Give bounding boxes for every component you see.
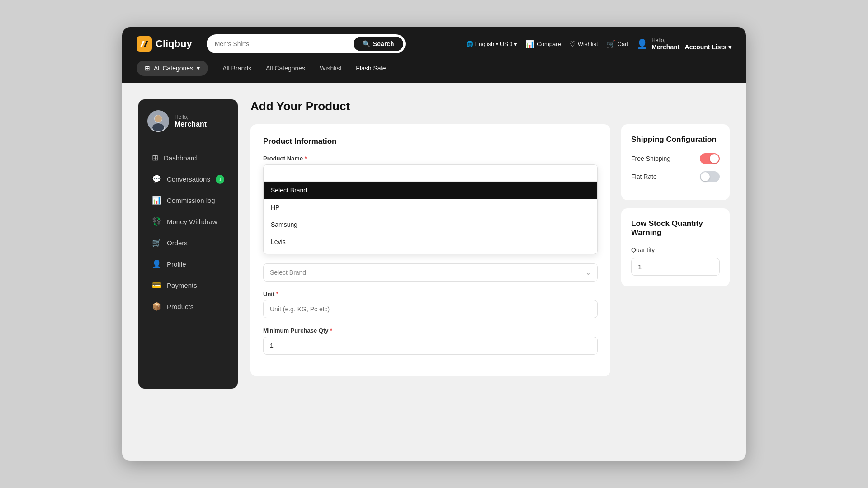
brand-dropdown-list: Select Brand HP Samsung Levis JBL <box>264 182 597 254</box>
compare-icon: 📊 <box>525 40 534 48</box>
sidebar-item-orders[interactable]: 🛒 Orders <box>142 233 234 253</box>
flat-rate-label: Flat Rate <box>631 173 657 180</box>
sub-nav: ⊞ All Categories ▾ All Brands All Catego… <box>122 61 746 83</box>
orders-icon: 🛒 <box>152 238 161 248</box>
unit-label: Unit * <box>263 291 598 297</box>
chevron-down-brand: ⌄ <box>585 269 591 276</box>
brand-option-jbl[interactable]: JBL <box>264 250 597 254</box>
sidebar-item-payments[interactable]: 💳 Payments <box>142 275 234 296</box>
sidebar-item-conversations[interactable]: 💬 Conversations 1 <box>142 169 234 189</box>
all-categories-link[interactable]: All Categories <box>266 65 305 72</box>
svg-rect-0 <box>137 36 152 52</box>
search-bar: 🔍 Search <box>207 34 406 53</box>
user-icon: 👤 <box>637 38 648 49</box>
brand-option-hp[interactable]: HP <box>264 199 597 216</box>
conversations-badge: 1 <box>216 175 224 184</box>
flat-rate-row: Flat Rate <box>631 171 720 182</box>
min-qty-label: Minimum Purchase Qty * <box>263 327 598 334</box>
heart-icon: ♡ <box>569 40 576 48</box>
cart-icon: 🛒 <box>606 40 615 48</box>
svg-point-5 <box>152 123 164 131</box>
account-menu[interactable]: 👤 Hello, Merchant Account Lists ▾ <box>637 37 731 51</box>
search-icon: 🔍 <box>363 40 370 47</box>
brand-option-levis[interactable]: Levis <box>264 233 597 250</box>
compare-button[interactable]: 📊 Compare <box>525 40 561 48</box>
main-content: Hello, Merchant ⊞ Dashboard 💬 Conversati… <box>122 83 746 405</box>
chevron-down-icon: ▾ <box>514 41 517 47</box>
brand-dropdown-wrapper: Select Brand HP Samsung Levis JBL <box>263 164 598 254</box>
unit-group: Unit * <box>263 291 598 318</box>
content-area: Add Your Product Product Information Pro… <box>238 99 730 389</box>
search-input[interactable] <box>207 36 351 52</box>
wishlist-button[interactable]: ♡ Wishlist <box>569 40 598 48</box>
sidebar-item-commission-log[interactable]: 📊 Commission log <box>142 190 234 211</box>
shipping-config-title: Shipping Configuration <box>631 135 720 144</box>
dashboard-icon: ⊞ <box>152 153 158 163</box>
globe-icon: 🌐 <box>466 41 473 47</box>
payments-icon: 💳 <box>152 281 161 290</box>
right-panel: Shipping Configuration Free Shipping Fla… <box>621 124 730 286</box>
svg-point-4 <box>155 115 162 122</box>
toggle-knob-free <box>710 154 719 163</box>
sidebar-item-profile[interactable]: 👤 Profile <box>142 254 234 274</box>
conversations-icon: 💬 <box>152 174 161 184</box>
sidebar-profile: Hello, Merchant <box>138 99 238 141</box>
wishlist-link[interactable]: Wishlist <box>320 65 341 72</box>
product-name-group: Product Name * Select Brand HP Samsung <box>263 155 598 254</box>
sidebar-item-products[interactable]: 📦 Products <box>142 296 234 317</box>
all-categories-button[interactable]: ⊞ All Categories ▾ <box>137 61 208 76</box>
language-selector[interactable]: 🌐 English • USD ▾ <box>466 41 518 47</box>
brand-option-select[interactable]: Select Brand <box>264 182 597 199</box>
product-name-label: Product Name * <box>263 155 598 162</box>
commission-icon: 📊 <box>152 196 161 205</box>
quantity-input[interactable] <box>631 258 720 276</box>
sidebar-item-money-withdraw[interactable]: 💱 Money Withdraw <box>142 211 234 232</box>
sidebar-nav: ⊞ Dashboard 💬 Conversations 1 📊 Commissi… <box>138 141 238 323</box>
money-icon: 💱 <box>152 217 161 226</box>
logo-text: Cliqbuy <box>156 38 192 50</box>
flat-rate-toggle[interactable] <box>700 171 720 182</box>
unit-input[interactable] <box>263 300 598 318</box>
chevron-down-icon-account: ▾ <box>728 43 731 51</box>
products-icon: 📦 <box>152 302 161 311</box>
brand-select-group: Select Brand ⌄ <box>263 263 598 282</box>
quantity-label: Quantity <box>631 246 720 253</box>
product-information-card: Product Information Product Name * <box>250 124 610 376</box>
low-stock-title: Low Stock Quantity Warning <box>631 219 720 237</box>
avatar <box>147 110 169 132</box>
cart-button[interactable]: 🛒 Cart <box>606 40 629 48</box>
shipping-config-card: Shipping Configuration Free Shipping Fla… <box>621 124 730 200</box>
page-title: Add Your Product <box>250 99 730 113</box>
free-shipping-toggle[interactable] <box>700 153 720 164</box>
brand-select-field[interactable]: Select Brand ⌄ <box>263 263 598 282</box>
form-section-title: Product Information <box>263 137 598 146</box>
sidebar: Hello, Merchant ⊞ Dashboard 💬 Conversati… <box>138 99 238 389</box>
toggle-knob-flat <box>701 172 710 181</box>
profile-icon: 👤 <box>152 259 161 269</box>
brand-option-samsung[interactable]: Samsung <box>264 216 597 233</box>
logo[interactable]: Cliqbuy <box>137 36 192 52</box>
sidebar-item-dashboard[interactable]: ⊞ Dashboard <box>142 148 234 168</box>
brand-dropdown-open: Select Brand HP Samsung Levis JBL <box>263 164 598 254</box>
nav-right: 🌐 English • USD ▾ 📊 Compare ♡ Wishlist 🛒… <box>466 37 731 51</box>
all-brands-link[interactable]: All Brands <box>222 65 251 72</box>
min-qty-group: Minimum Purchase Qty * <box>263 327 598 355</box>
free-shipping-label: Free Shipping <box>631 155 670 162</box>
free-shipping-row: Free Shipping <box>631 153 720 164</box>
chevron-down-icon-cat: ▾ <box>197 65 200 72</box>
flash-sale-link[interactable]: Flash Sale <box>356 65 386 72</box>
grid-icon: ⊞ <box>145 65 150 72</box>
brand-search-input[interactable] <box>264 165 597 182</box>
low-stock-card: Low Stock Quantity Warning Quantity <box>621 208 730 286</box>
search-button[interactable]: 🔍 Search <box>353 36 404 52</box>
flex-layout: Product Information Product Name * <box>250 124 730 385</box>
min-qty-input[interactable] <box>263 337 598 355</box>
